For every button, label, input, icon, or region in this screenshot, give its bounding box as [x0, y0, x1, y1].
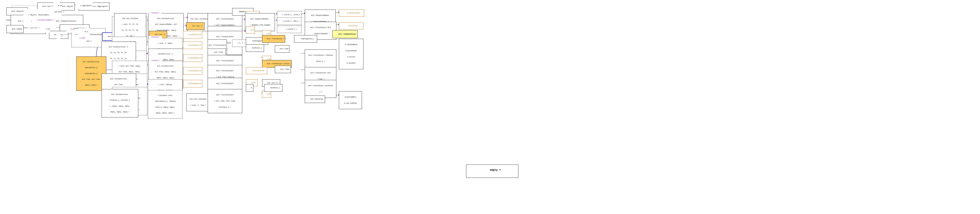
sint32-win-node: < sint32_t, WIN_t >	[277, 17, 302, 25]
m-db-1: m_db	[246, 27, 255, 34]
m-pacingrate-node: m_pacingRate m_lsp_TopMtbm	[339, 91, 362, 109]
mc3-time-3-node: mc3::Time	[275, 66, 291, 73]
mc3-tracevalues-ecnstate: mc3::TraceValues::EcnState _j >	[305, 80, 336, 98]
mc3-datapipe-node: mc3::DataPipe	[305, 95, 325, 103]
mc3-topsomevalue-node: mc3::TopSomeValue	[332, 30, 358, 38]
m-ssthresh: m_ssThresh	[339, 22, 363, 29]
k-node: K	[246, 84, 253, 92]
parent-label: PARENT	[1, 17, 10, 24]
mc3-callback-void6: mc3::Callback<void, EcnState_j, EcnState…	[102, 89, 138, 117]
elements-label3: elements	[149, 59, 162, 62]
mc3-tracecallback-ecnstate: mc3::TraceCallback < mc3::Time, mc3::Tim…	[208, 89, 242, 113]
elements-label1: elements	[149, 12, 162, 15]
std-bsv-t-inline-orange1: →	[178, 35, 183, 38]
m-callbacklist-1: m_callbackList	[183, 31, 202, 38]
m-impl-label: m_impl	[75, 35, 86, 41]
m-ph-label1: m_ph	[41, 25, 50, 33]
m-y-label: m_y	[78, 28, 90, 35]
mc3-tracevalues-t-orange: mc3::TraceValues T >	[262, 35, 285, 43]
t-label-phi: T	[57, 33, 60, 41]
topcongstate-j-node2: TopCongState_j	[294, 35, 317, 43]
void-topcong-template2: < Callback< void, TopCongState_j, TopCon…	[148, 90, 183, 119]
sint32-t-node3: < sint32_t >	[277, 25, 302, 33]
std-bsv-callback-time: std::bsv::Callback < void, T, Time >	[186, 94, 210, 111]
mc3-tracevalues-topcong: mc3::TraceValues::TopCong State_j >	[305, 49, 336, 67]
empty-label-text: empty >	[490, 169, 501, 171]
mc3-empty-node: mc3::empty	[6, 25, 24, 33]
m-aggregates-label: m_aggregates	[76, 2, 93, 9]
m-callbacklist-2: m_callbackList	[183, 41, 202, 49]
m-taktactedseq: m_taktActedSeq	[339, 10, 364, 17]
m-ph-label2: m_ph	[66, 25, 75, 33]
t-t-angle-node: < T, T >	[232, 40, 246, 47]
m-callbacklist-4: m_callbackList	[183, 67, 202, 75]
m-callbacklist-3: m_callbackList	[183, 54, 202, 62]
elements-label2: elements	[149, 36, 162, 39]
ecnstate-j-node2: EcnState_j	[264, 84, 282, 92]
empty-gt-label: empty >	[466, 165, 519, 178]
m-callbacklist-5: m_callbackList	[183, 80, 202, 87]
m-buf-label: buf/buf2 >	[50, 8, 62, 16]
ecnstate-j-node1: EcnState_j	[246, 44, 264, 52]
callbackimpbase-link: + CallbackImpBase >	[32, 17, 48, 24]
m-cwindowbase-node: m_cWindowBase m_bytesRight m_Thresh m_la…	[339, 39, 363, 69]
std-bsv-t-node2: std::bsv::T	[186, 22, 204, 30]
mc3-time-2-node: mc3::Time	[275, 45, 290, 53]
diagram-container: mc3::ObjectBase PARENT mc3::SimplePathCo…	[0, 0, 980, 214]
g-markingtime-node: g_markingTime	[246, 67, 267, 74]
